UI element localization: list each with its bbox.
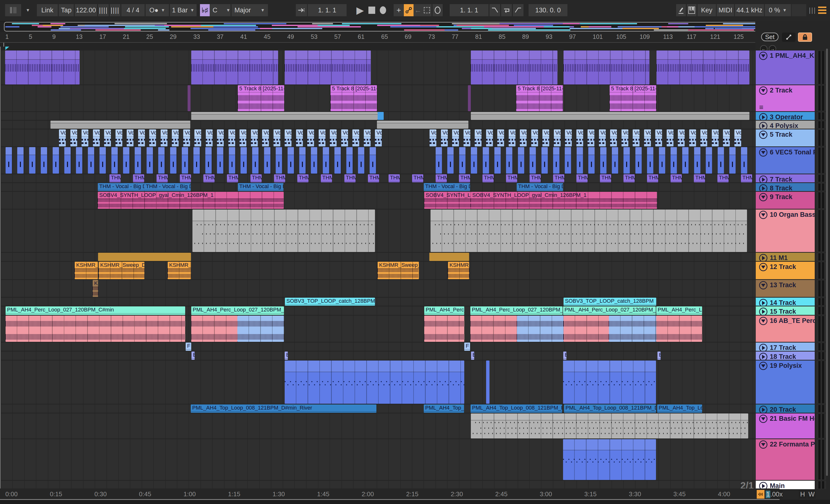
track-header[interactable]: 20 Track	[756, 405, 815, 413]
clip[interactable]: Vo	[319, 129, 325, 147]
clip[interactable]: PML_AH4_Top_Loop_008_121BPM_D#r	[564, 405, 656, 413]
clip[interactable]	[541, 147, 548, 174]
clip[interactable]	[311, 147, 317, 174]
clip[interactable]: THM	[251, 174, 262, 182]
track-name[interactable]: 5 Track	[770, 131, 792, 138]
fold-arrow-icon[interactable]	[759, 176, 767, 184]
clip[interactable]: Vo	[183, 129, 190, 147]
track-name[interactable]: 7 Track	[770, 176, 792, 183]
clip[interactable]: SOBV4_SYNTH_LOOP_gyal_Cmin_126BPM_1	[471, 192, 657, 209]
clip[interactable]	[553, 147, 560, 174]
clip[interactable]	[656, 316, 702, 342]
clip[interactable]	[436, 147, 442, 174]
clip[interactable]	[506, 147, 512, 174]
clip[interactable]: Vo	[285, 129, 291, 147]
clip[interactable]: F	[464, 343, 470, 351]
track-header[interactable]: 2 Track≡	[756, 85, 815, 111]
clip[interactable]: KSHMR_Sweep_Do	[99, 262, 145, 279]
tempo-field[interactable]: 122.00	[75, 4, 97, 16]
clip[interactable]: E	[563, 351, 567, 360]
audition-icon[interactable]	[757, 490, 764, 499]
track-name[interactable]: 22 Formanta P432	[770, 441, 815, 448]
clip[interactable]: SOBV4_SYNTH_LOOP_gyal_Cmin_126BPM_1	[98, 192, 284, 209]
clip[interactable]	[191, 112, 378, 120]
track-options-icon[interactable]: ≡	[759, 105, 764, 110]
link-toggle-icon[interactable]	[782, 33, 796, 42]
clip[interactable]	[6, 147, 12, 174]
midi-overdub-button[interactable]: +	[394, 4, 404, 16]
track-header[interactable]: 3 Operator	[756, 112, 815, 120]
scale-root-menu[interactable]: C▼	[210, 4, 230, 16]
track-header[interactable]: 12 Track	[756, 262, 815, 279]
clip[interactable]	[471, 112, 749, 120]
computer-midi-keyboard-icon[interactable]	[687, 4, 697, 16]
nudge-down-icon[interactable]: ||||	[98, 4, 109, 16]
clip[interactable]	[518, 147, 524, 174]
unfold-arrow-icon[interactable]	[759, 193, 767, 201]
clip[interactable]: THM	[482, 174, 493, 182]
clip[interactable]: Vo	[82, 129, 88, 147]
clip[interactable]	[647, 147, 653, 174]
clip[interactable]: Vo	[633, 129, 639, 147]
clip[interactable]	[588, 147, 595, 174]
clip[interactable]: THM	[203, 174, 215, 182]
clip[interactable]: Vo	[274, 129, 280, 147]
track-name[interactable]: 10 Organ Bass	[770, 211, 815, 219]
clip[interactable]: Vo	[655, 129, 662, 147]
track-name[interactable]: 3 Operator	[770, 114, 803, 121]
track-row[interactable]: PML_AH4_Perc_Loop_027_120BPM_C#minPML_AH…	[1, 306, 756, 315]
nudge-up-icon[interactable]: ||||	[110, 4, 120, 16]
capture-midi-icon[interactable]	[433, 4, 443, 16]
track-row[interactable]	[1, 147, 756, 174]
clip[interactable]: Vo	[734, 129, 741, 147]
track-row[interactable]: KSHMR_LKSHMR_Sweep_DoKSHMR_LKSHMR_Sweep_…	[1, 262, 756, 279]
re-enable-automation-icon[interactable]: ←	[414, 4, 422, 16]
clip[interactable]: Vo	[59, 129, 66, 147]
track-row[interactable]	[1, 253, 756, 261]
window-chevron-icon[interactable]: ▼	[23, 4, 30, 16]
clip[interactable]	[237, 316, 284, 342]
clip[interactable]: Vo	[700, 129, 707, 147]
clip[interactable]	[98, 253, 191, 261]
loop-start-field[interactable]: 1. 1. 1	[450, 4, 488, 16]
unfold-arrow-icon[interactable]	[759, 440, 767, 449]
track-row[interactable]: K	[1, 280, 756, 297]
track-name[interactable]: 17 Track	[770, 344, 796, 351]
clip[interactable]	[377, 121, 469, 129]
clip[interactable]: Vo	[217, 129, 224, 147]
tap-button[interactable]: Tap	[59, 4, 74, 16]
clip[interactable]: PML_AH4_Perc_Loop_027_120BPM_C#min	[6, 306, 185, 315]
fold-arrow-icon[interactable]	[759, 184, 767, 192]
clip[interactable]	[430, 210, 747, 252]
automation-arm-button[interactable]	[404, 4, 414, 16]
clip[interactable]	[29, 147, 35, 174]
clip[interactable]: KSHMR_L	[75, 262, 98, 279]
clip[interactable]: Vo	[138, 129, 145, 147]
clip[interactable]	[334, 147, 341, 174]
clip[interactable]: SOBV3_TOP_LOOP_catch_128BPM	[285, 297, 375, 306]
arrangement-position-field[interactable]: 1. 1. 1	[308, 4, 347, 16]
track-row[interactable]	[1, 121, 756, 129]
clip[interactable]: Vo	[464, 129, 470, 147]
clip[interactable]: 5 Track 8 [2025-11-	[610, 85, 656, 111]
midi-map-button[interactable]: MIDI	[717, 4, 734, 16]
track-row[interactable]: PML_AH4_Top_Loop_008_121BPM_D#min_RiverP…	[1, 405, 756, 413]
clip[interactable]: 5 Track 8 [2025-11-	[516, 85, 563, 111]
track-name[interactable]: 12 Track	[770, 263, 796, 271]
track-row[interactable]: EEEEE	[1, 351, 756, 360]
clip[interactable]	[717, 147, 724, 174]
play-button[interactable]: ▶	[355, 4, 365, 16]
clip[interactable]	[188, 85, 191, 111]
track-header[interactable]: 15 Track	[756, 306, 815, 315]
unfold-arrow-icon[interactable]	[759, 87, 767, 95]
clip[interactable]	[577, 147, 583, 174]
clip[interactable]: Vo	[429, 129, 436, 147]
clip[interactable]: Vo	[497, 129, 504, 147]
track-height-button[interactable]: H	[799, 490, 806, 499]
track-row[interactable]	[1, 210, 756, 252]
clip[interactable]: Vo	[542, 129, 549, 147]
clip[interactable]: KSHMR_L	[448, 262, 469, 279]
cpu-load-meter[interactable]: 0 %▼	[765, 4, 791, 16]
clip[interactable]	[41, 147, 47, 174]
clip[interactable]: KSHMR_Sweep_Do	[378, 262, 419, 279]
